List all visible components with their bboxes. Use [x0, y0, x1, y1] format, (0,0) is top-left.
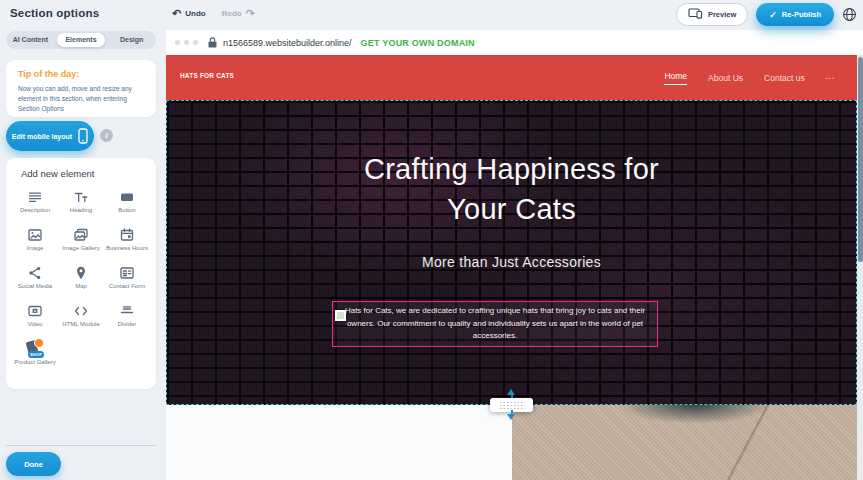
element-label: Product Gallery	[14, 359, 55, 367]
next-section-blank	[166, 405, 512, 480]
hero-text-element[interactable]: Hats for Cats, we are dedicated to craft…	[332, 301, 658, 347]
topbar-actions: Preview ✓ Re-Publish	[676, 3, 857, 26]
element-html-module[interactable]: HTML Module	[58, 302, 104, 340]
element-heading[interactable]: Heading	[58, 188, 104, 226]
tab-design[interactable]: Design	[107, 31, 156, 49]
canvas-scrollbar[interactable]	[857, 55, 863, 480]
redo-label: Redo	[222, 9, 242, 18]
republish-label: Re-Publish	[782, 10, 821, 19]
element-label: HTML Module	[62, 321, 99, 329]
element-image-gallery[interactable]: Image Gallery	[58, 226, 104, 264]
heading-icon	[73, 188, 89, 205]
nav-contact-us[interactable]: Contact us	[764, 73, 805, 83]
element-contact-form[interactable]: Contact Form	[104, 264, 150, 302]
image-icon	[27, 226, 43, 243]
button-icon	[119, 188, 135, 205]
website-page: HATS FOR CATS Home About Us Contact us •…	[166, 55, 857, 480]
check-icon: ✓	[769, 10, 777, 20]
element-map[interactable]: Map	[58, 264, 104, 302]
info-icon[interactable]: i	[100, 129, 113, 142]
social-media-icon	[27, 264, 43, 281]
html-code-icon	[73, 302, 89, 319]
edit-mobile-label: Edit mobile layout	[12, 133, 72, 140]
hero-paragraph: Hats for Cats, we are dedicated to craft…	[338, 305, 652, 343]
element-label: Heading	[70, 207, 92, 215]
element-button[interactable]: Button	[104, 188, 150, 226]
business-hours-icon	[119, 226, 135, 243]
lock-icon	[208, 37, 217, 48]
redo-icon: ↷	[246, 8, 255, 18]
image-gallery-icon	[73, 226, 89, 243]
mobile-phone-icon	[78, 128, 88, 144]
undo-button[interactable]: ↶ Undo	[172, 8, 206, 18]
sidebar-footer-divider	[6, 445, 156, 446]
element-label: Video	[27, 321, 42, 329]
edit-mobile-layout-button[interactable]: Edit mobile layout	[6, 121, 94, 151]
done-button[interactable]: Done	[6, 452, 61, 476]
tab-elements[interactable]: Elements	[57, 33, 106, 47]
shop-tag: SHOP	[28, 351, 44, 358]
website-builder-app: Section options ↶ Undo Redo ↷ Preview ✓ …	[0, 0, 863, 480]
element-label: Image Gallery	[62, 245, 99, 253]
browser-address-bar: n1566589.websitebuilder.online/ GET YOUR…	[166, 30, 863, 55]
element-label: Image	[27, 245, 44, 253]
element-description[interactable]: Description	[12, 188, 58, 226]
element-business-hours[interactable]: Business Hours	[104, 226, 150, 264]
hero-heading-line1: Crafting Happiness for	[167, 149, 856, 189]
undo-label: Undo	[185, 9, 205, 18]
hero-heading[interactable]: Crafting Happiness for Your Cats	[167, 149, 856, 229]
preview-label: Preview	[708, 10, 736, 19]
add-element-title: Add new element	[21, 168, 150, 179]
preview-button[interactable]: Preview	[676, 3, 748, 26]
sidebar-tabs: AI Content Elements Design	[6, 31, 156, 49]
get-own-domain-link[interactable]: GET YOUR OWN DOMAIN	[361, 38, 475, 48]
undo-icon: ↶	[172, 8, 181, 18]
tab-ai-content[interactable]: AI Content	[6, 31, 55, 49]
site-logo[interactable]: HATS FOR CATS	[180, 71, 234, 80]
hero-subheading[interactable]: More than Just Accessories	[167, 254, 856, 270]
tip-body: Now you can add, move and resize any ele…	[18, 84, 144, 114]
language-globe-icon[interactable]	[842, 7, 857, 22]
element-image[interactable]: Image	[12, 226, 58, 264]
video-icon	[27, 302, 43, 319]
nav-more-icon[interactable]: •••	[826, 75, 835, 81]
nav-home[interactable]: Home	[664, 71, 687, 85]
element-product-gallery[interactable]: SHOP Product Gallery	[12, 340, 58, 378]
site-url[interactable]: n1566589.websitebuilder.online/	[223, 38, 352, 48]
element-video[interactable]: Video	[12, 302, 58, 340]
redo-button[interactable]: Redo ↷	[222, 8, 255, 18]
sidebar: AI Content Elements Design Tip of the da…	[0, 28, 166, 480]
map-pin-icon	[73, 264, 89, 281]
new-badge-icon	[34, 338, 44, 348]
grip-dots-icon	[499, 401, 525, 409]
add-element-panel: Add new element Description Heading Butt…	[6, 158, 156, 389]
devices-icon	[688, 8, 703, 21]
browser-dots-icon	[175, 40, 198, 45]
site-header[interactable]: HATS FOR CATS Home About Us Contact us •…	[166, 55, 857, 100]
element-label: Social Media	[18, 283, 52, 291]
tip-title: Tip of the day:	[18, 69, 144, 79]
element-label: Button	[118, 207, 135, 215]
product-gallery-icon: SHOP	[24, 340, 46, 357]
tip-of-the-day-card: Tip of the day: Now you can add, move an…	[6, 60, 156, 117]
element-label: Description	[20, 207, 50, 215]
description-icon	[27, 188, 43, 205]
page-title: Section options	[10, 7, 99, 19]
element-label: Business Hours	[106, 245, 148, 253]
republish-button[interactable]: ✓ Re-Publish	[756, 3, 834, 26]
hero-heading-line2: Your Cats	[167, 189, 856, 229]
element-label: Map	[75, 283, 87, 291]
element-social-media[interactable]: Social Media	[12, 264, 58, 302]
site-nav: Home About Us Contact us •••	[664, 55, 835, 100]
undo-redo-group: ↶ Undo Redo ↷	[172, 8, 255, 18]
element-label: Divider	[118, 321, 137, 329]
preview-canvas: n1566589.websitebuilder.online/ GET YOUR…	[166, 30, 863, 480]
element-divider[interactable]: Divider	[104, 302, 150, 340]
topbar: Section options ↶ Undo Redo ↷ Preview ✓ …	[0, 0, 863, 30]
scrollbar-thumb[interactable]	[858, 57, 863, 262]
hero-section-selected[interactable]: Crafting Happiness for Your Cats More th…	[166, 100, 857, 405]
element-label: Contact Form	[109, 283, 145, 291]
nav-about-us[interactable]: About Us	[708, 73, 743, 83]
resize-arrow-down-icon[interactable]	[507, 414, 515, 420]
element-drag-handle[interactable]	[335, 310, 346, 321]
